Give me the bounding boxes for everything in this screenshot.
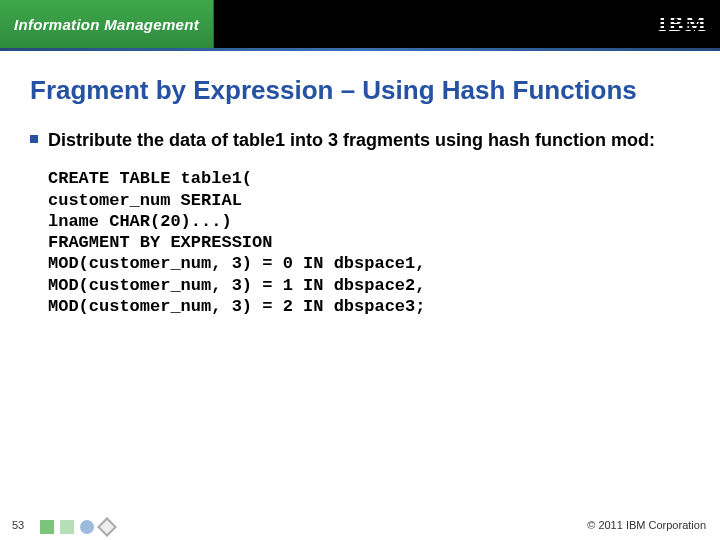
bullet-row: Distribute the data of table1 into 3 fra… — [30, 128, 690, 152]
ibm-logo-text: IBM — [658, 11, 708, 36]
deco-circle-icon — [80, 520, 94, 534]
brand-text: Information Management — [14, 16, 199, 33]
code-block: CREATE TABLE table1( customer_num SERIAL… — [48, 168, 690, 317]
deco-diamond-icon — [97, 517, 117, 537]
slide-content: Fragment by Expression – Using Hash Func… — [0, 51, 720, 510]
slide-header: Information Management IBM — [0, 0, 720, 48]
slide-title: Fragment by Expression – Using Hash Func… — [30, 75, 690, 106]
slide: Information Management IBM Fragment by E… — [0, 0, 720, 540]
ibm-logo: IBM — [658, 11, 708, 37]
bullet-icon — [30, 135, 38, 143]
deco-square-icon — [60, 520, 74, 534]
brand-box: Information Management — [0, 0, 214, 48]
bullet-text: Distribute the data of table1 into 3 fra… — [48, 128, 655, 152]
deco-square-icon — [40, 520, 54, 534]
copyright-text: © 2011 IBM Corporation — [587, 519, 706, 531]
footer-decoration — [40, 520, 114, 534]
page-number: 53 — [0, 519, 36, 531]
slide-footer: 53 © 2011 IBM Corporation — [0, 510, 720, 540]
